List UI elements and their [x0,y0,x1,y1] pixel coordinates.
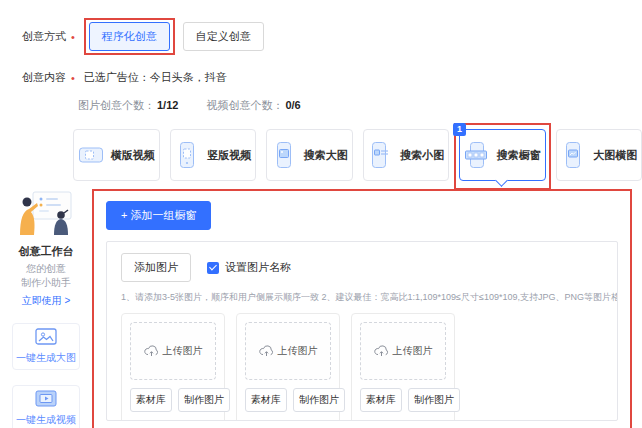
cloud-upload-icon [259,345,274,357]
upload-image-dropzone[interactable]: 上传图片 [130,322,216,380]
workbench-subtitle-line1: 您的创意 [26,263,66,274]
required-marker: • [71,72,75,84]
material-library-button[interactable]: 素材库 [245,388,287,412]
shortcut-label: 一键生成视频 [15,413,77,427]
tab-label: 搜索橱窗 [497,148,541,163]
cloud-upload-icon [144,345,159,357]
creative-form: 创意方式 • 程序化创意 自定义创意 创意内容 • 已选广告位：今日头条，抖音 … [0,0,642,183]
upload-card-2: 上传图片 素材库 制作图片 图片名称 [236,313,340,421]
set-image-name-checkbox[interactable] [207,262,219,274]
card-actions: 素材库 制作图片 [130,388,216,412]
tab-large-image-horizontal[interactable]: 大图横图 [556,129,642,181]
creative-content-label: 创意内容 [22,70,66,85]
search-showcase-icon [464,141,490,169]
upload-image-label: 上传图片 [278,344,318,358]
upload-cards-row: 上传图片 素材库 制作图片 图片名称 [121,313,603,421]
tab-label: 横版视频 [111,148,155,163]
material-library-button[interactable]: 素材库 [130,388,172,412]
card-actions: 素材库 制作图片 [360,388,446,412]
tab-label: 大图横图 [593,148,637,163]
search-large-image-icon [271,141,297,169]
video-count-value: 0/6 [285,99,300,111]
tab-search-large-image[interactable]: 搜索大图 [266,129,353,181]
card-header: 添加图片 设置图片名称 [121,253,603,282]
creative-type-tabs: 横版视频 竖版视频 搜索大图 [73,127,642,183]
image-name-label: 图片名称 [360,420,446,421]
make-image-button[interactable]: 制作图片 [408,388,460,412]
tab-search-showcase[interactable]: 1 搜索橱窗 [459,129,546,181]
creative-workbench-sidebar: 创意工作台 您的创意 制作小助手 立即使用 > 一键生成大图 [6,189,86,428]
tab-vertical-video[interactable]: 竖版视频 [170,129,257,181]
upload-image-label: 上传图片 [393,344,433,358]
add-showcase-group-button[interactable]: + 添加一组橱窗 [106,201,211,230]
showcase-group-card: 添加图片 设置图片名称 1、请添加3-5张图片，顺序和用户侧展示顺序一致 2、建… [106,241,618,421]
make-image-button[interactable]: 制作图片 [293,388,345,412]
red-annotation-box-mode: 程序化创意 [84,18,175,55]
creative-mode-row: 创意方式 • 程序化创意 自定义创意 [22,18,642,55]
selected-count-badge: 1 [453,123,466,136]
shortcut-label: 一键生成大图 [15,351,77,365]
selected-placements-text: 已选广告位：今日头条，抖音 [84,70,227,85]
video-creative-count: 视频创意个数：0/6 [206,98,300,113]
tab-label: 搜索小图 [400,148,444,163]
creative-counts-row: 图片创意个数：1/12 视频创意个数：0/6 [78,98,642,113]
creative-content-row: 创意内容 • 已选广告位：今日头条，抖音 [22,70,642,85]
upload-card-3: 上传图片 素材库 制作图片 图片名称 [351,313,455,421]
tab-search-small-image[interactable]: 搜索小图 [363,129,450,181]
image-icon [35,328,57,345]
large-image-horizontal-icon [560,141,586,169]
card-actions: 素材库 制作图片 [245,388,331,412]
cloud-upload-icon [374,345,389,357]
tab-label: 搜索大图 [304,148,348,163]
required-marker: • [71,31,75,43]
image-name-label: 图片名称 [245,420,331,421]
creative-mode-label: 创意方式 [22,29,66,44]
custom-creative-button[interactable]: 自定义创意 [183,22,264,51]
upload-card-1: 上传图片 素材库 制作图片 图片名称 [121,313,225,421]
bottom-area: 创意工作台 您的创意 制作小助手 立即使用 > 一键生成大图 [0,183,642,428]
set-image-name-label[interactable]: 设置图片名称 [225,260,291,275]
horizontal-video-icon [78,141,104,169]
upload-image-label: 上传图片 [163,344,203,358]
add-image-button[interactable]: 添加图片 [121,253,191,282]
material-library-button[interactable]: 素材库 [360,388,402,412]
generate-video-shortcut[interactable]: 一键生成视频 [12,385,80,428]
ad-creative-setup-page: 创意方式 • 程序化创意 自定义创意 创意内容 • 已选广告位：今日头条，抖音 … [0,0,642,428]
workbench-subtitle-line2: 制作小助手 [21,277,71,288]
image-creative-count: 图片创意个数：1/12 [78,98,178,113]
programmatic-creative-button[interactable]: 程序化创意 [89,22,170,51]
image-count-label: 图片创意个数： [78,99,155,111]
generate-large-image-shortcut[interactable]: 一键生成大图 [12,323,80,370]
workbench-title: 创意工作台 [6,244,86,259]
workbench-illustration [17,189,75,237]
workbench-use-now-link[interactable]: 立即使用 > [6,294,86,308]
make-image-button[interactable]: 制作图片 [178,388,230,412]
upload-image-dropzone[interactable]: 上传图片 [245,322,331,380]
tab-horizontal-video[interactable]: 横版视频 [73,129,160,181]
workbench-subtitle: 您的创意 制作小助手 [6,262,86,289]
image-name-label: 图片名称 [130,420,216,421]
vertical-video-icon [174,141,200,169]
upload-image-dropzone[interactable]: 上传图片 [360,322,446,380]
showcase-config-panel: + 添加一组橱窗 添加图片 设置图片名称 1、请添加3-5张图片，顺序和用户侧展… [92,189,632,428]
video-count-label: 视频创意个数： [206,99,283,111]
image-count-value: 1/12 [157,99,178,111]
tab-label: 竖版视频 [207,148,251,163]
search-small-image-icon [367,141,393,169]
video-icon [35,390,57,407]
upload-instructions: 1、请添加3-5张图片，顺序和用户侧展示顺序一致 2、建议最佳：宽高比1:1,1… [121,291,603,304]
